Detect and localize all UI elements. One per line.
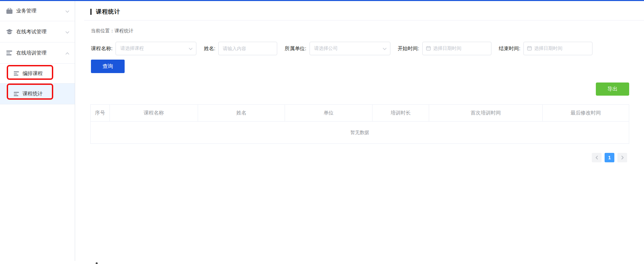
start-time-label: 开始时间:: [398, 45, 419, 52]
breadcrumb-prefix: 当前位置：: [91, 28, 115, 33]
query-row: 查询: [91, 60, 644, 73]
breadcrumb: 当前位置：课程统计: [91, 28, 644, 34]
breadcrumb-current: 课程统计: [115, 28, 133, 33]
filter-group-unit: 所属单位: 请选择公司: [285, 42, 390, 55]
filter-row: 课程名称: 请选择课程 姓名: 所属单位: 请选择公司 开始时间:: [91, 42, 644, 55]
pagination-next-button[interactable]: [617, 153, 627, 162]
sidebar-item-label: 在线培训管理: [16, 50, 46, 56]
unit-label: 所属单位:: [285, 45, 306, 52]
end-time-label: 结束时间:: [499, 45, 520, 52]
calendar-icon: [426, 46, 431, 52]
chevron-down-icon: [65, 29, 69, 35]
pagination-prev-button[interactable]: [592, 153, 602, 162]
export-button[interactable]: 导出: [596, 82, 629, 96]
course-statistics-table: 序号 课程名称 姓名 单位 培训时长 首次培训时间 最后修改时间 暂无数据: [90, 104, 629, 144]
name-input[interactable]: [218, 42, 277, 55]
chevron-left-icon: [595, 156, 598, 160]
start-time-picker[interactable]: 选择日期时间: [422, 42, 491, 55]
clipped-bottom-element: [96, 262, 98, 264]
chevron-down-icon: [65, 8, 69, 14]
list-bars-icon: [13, 71, 20, 76]
list-bars-icon: [6, 50, 13, 56]
course-name-label: 课程名称:: [91, 45, 112, 52]
sidebar-item-online-training-management[interactable]: 在线培训管理: [0, 42, 75, 64]
sidebar-item-label: 业务管理: [16, 8, 36, 14]
table-header-name: 姓名: [198, 105, 285, 121]
briefcase-icon: [6, 8, 13, 14]
export-row: 导出: [75, 82, 629, 96]
table-header-course-name: 课程名称: [110, 105, 198, 121]
pagination: 1: [75, 153, 627, 162]
course-name-select-placeholder: 请选择课程: [120, 45, 189, 52]
table-empty-state: 暂无数据: [91, 122, 629, 143]
filter-group-start-time: 开始时间: 选择日期时间: [398, 42, 491, 55]
table-header-unit: 单位: [285, 105, 373, 121]
name-label: 姓名:: [204, 45, 215, 52]
sidebar-item-business-management[interactable]: 业务管理: [0, 1, 75, 21]
sidebar-subitem-label: 编排课程: [23, 70, 43, 77]
chevron-up-icon: [65, 50, 69, 56]
table-header-row: 序号 课程名称 姓名 单位 培训时长 首次培训时间 最后修改时间: [91, 105, 629, 122]
calendar-icon: [527, 46, 532, 52]
sidebar-item-online-exam-management[interactable]: 在线考试管理: [0, 21, 75, 42]
chevron-down-icon: [383, 46, 387, 51]
end-time-picker[interactable]: 选择日期时间: [523, 42, 592, 55]
filter-group-name: 姓名:: [204, 42, 277, 55]
sidebar-subitem-course-statistics[interactable]: 课程统计: [0, 84, 75, 104]
end-time-placeholder: 选择日期时间: [534, 45, 562, 52]
unit-select-placeholder: 请选择公司: [314, 45, 383, 52]
unit-select[interactable]: 请选择公司: [310, 42, 390, 55]
title-divider: [84, 20, 644, 21]
start-time-placeholder: 选择日期时间: [433, 45, 461, 52]
table-header-last-modified-time: 最后修改时间: [543, 105, 629, 121]
table-header-first-training-time: 首次培训时间: [429, 105, 543, 121]
sidebar-item-label: 在线考试管理: [16, 29, 46, 35]
sidebar-subitem-arrange-courses[interactable]: 编排课程: [0, 64, 75, 84]
page-title: 课程统计: [96, 8, 120, 15]
query-button[interactable]: 查询: [91, 60, 125, 73]
chevron-right-icon: [621, 156, 624, 160]
filter-group-course-name: 课程名称: 请选择课程: [91, 42, 196, 55]
table-header-index: 序号: [91, 105, 110, 121]
list-bars-icon: [13, 91, 20, 97]
filter-group-end-time: 结束时间: 选择日期时间: [499, 42, 592, 55]
main-content: 课程统计 当前位置：课程统计 课程名称: 请选择课程 姓名: 所属单位: 请选择…: [75, 1, 644, 264]
title-accent-bar: [90, 9, 92, 15]
page-title-row: 课程统计: [75, 1, 644, 15]
table-header-training-duration: 培训时长: [373, 105, 429, 121]
sidebar-subitem-label: 课程统计: [23, 91, 43, 97]
course-name-select[interactable]: 请选择课程: [116, 42, 196, 55]
chevron-down-icon: [189, 46, 193, 51]
sidebar: 业务管理 在线考试管理 在线培训管理 编排课程 课程统计: [0, 1, 75, 261]
pagination-page-1[interactable]: 1: [605, 153, 614, 162]
graduation-cap-icon: [6, 29, 13, 35]
